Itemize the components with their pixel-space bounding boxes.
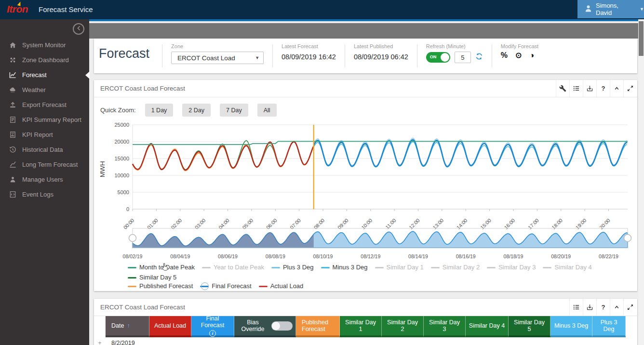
forecast-header-card: Forecast Zone ERCOT Coast Load ▼ Latest …: [94, 39, 637, 73]
legend-item-similar-day-4[interactable]: Similar Day 4: [543, 263, 591, 272]
modify-forecast-label: Modify Forecast: [501, 43, 538, 49]
refresh-toggle-state: ON: [430, 54, 437, 59]
expand-icon[interactable]: [623, 299, 637, 316]
sidebar-item-label: System Monitor: [22, 41, 66, 49]
sidebar-item-historical-data[interactable]: Historical Data: [0, 142, 89, 157]
legend-label: Similar Day 3: [498, 263, 536, 272]
column-header-similar-day-4[interactable]: Similar Day 4: [466, 316, 509, 337]
legend-item-published-forecast[interactable]: Published Forecast: [128, 282, 193, 291]
legend-item-plus-3-deg[interactable]: Plus 3 Deg: [271, 263, 314, 272]
zone-label: Zone: [171, 43, 264, 49]
sidebar-item-forecast[interactable]: Forecast: [0, 67, 89, 82]
legend-swatch: [128, 286, 136, 287]
contrast-icon[interactable]: ◑: [529, 52, 534, 59]
list-icon[interactable]: [569, 80, 583, 97]
column-header-similar-day-2[interactable]: Similar Day 2: [382, 316, 424, 337]
main-content: Forecast Zone ERCOT Coast Load ▼ Latest …: [89, 19, 644, 345]
sidebar-item-label: Long Term Forecast: [22, 161, 78, 168]
toggle-knob: [441, 53, 449, 62]
info-icon[interactable]: i: [209, 330, 216, 337]
legend-item-actual-load[interactable]: Actual Load: [259, 282, 304, 291]
y-axis-tick: 25000: [114, 122, 129, 128]
column-header-actual-load[interactable]: Actual Load: [149, 316, 191, 337]
legend-item-similar-day-3[interactable]: Similar Day 3: [487, 263, 536, 272]
percent-icon[interactable]: %: [501, 52, 508, 59]
legend-swatch: [259, 286, 268, 287]
quick-zoom-1-day[interactable]: 1 Day: [145, 104, 174, 117]
y-axis-tick: 0: [126, 206, 129, 212]
load-forecast-chart[interactable]: 0500010000150002000025000MWH00:0001:0002…: [94, 119, 637, 262]
refresh-interval-input[interactable]: [455, 52, 471, 63]
column-header-final-forecast[interactable]: Final Forecasti: [191, 316, 234, 337]
help-icon[interactable]: ?: [596, 299, 610, 316]
legend-item-year-to-date-peak[interactable]: Year to Date Peak: [202, 263, 264, 272]
quick-zoom-label: Quick Zoom:: [100, 106, 136, 114]
collapse-icon[interactable]: [610, 80, 623, 97]
list-icon[interactable]: [569, 299, 583, 316]
sidebar-item-zone-dashboard[interactable]: Zone Dashboard: [0, 53, 89, 67]
target-icon[interactable]: ⊙: [515, 52, 522, 59]
legend-item-similar-day-5[interactable]: Similar Day 5: [128, 273, 176, 282]
sidebar-item-event-logs[interactable]: Event Logs: [0, 187, 89, 202]
page-scrollbar: [638, 19, 644, 345]
navigator-handle-right[interactable]: [624, 235, 631, 242]
wrench-icon[interactable]: [556, 80, 569, 97]
sort-asc-icon: ↑: [127, 322, 130, 329]
sidebar-item-manage-users[interactable]: Manage Users: [0, 172, 89, 187]
column-header-similar-day-3[interactable]: Similar Day 3: [424, 316, 466, 337]
column-header-minus-3-deg[interactable]: Minus 3 Deg: [550, 316, 592, 337]
quick-zoom-all[interactable]: All: [257, 104, 277, 117]
scrollbar-thumb[interactable]: [639, 21, 644, 56]
navigator-date-tick: 08/22/19: [599, 253, 618, 259]
expand-icon[interactable]: [623, 80, 637, 97]
collapse-icon[interactable]: [610, 299, 623, 316]
legend-item-similar-day-2[interactable]: Similar Day 2: [431, 263, 480, 272]
chevron-down-icon: ▼: [255, 55, 259, 60]
navigator-date-tick: 08/20/19: [551, 253, 571, 259]
navigator-date-tick: 08/04/19: [170, 253, 190, 259]
forecast-table-panel: ERCOT Coast Load Forecast ? Date↑Actual …: [94, 299, 637, 345]
legend-label: Year to Date Peak: [214, 263, 264, 272]
refresh-toggle[interactable]: ON: [426, 52, 450, 63]
quick-zoom-2-day[interactable]: 2 Day: [182, 104, 211, 117]
x-axis-tick: 11:00: [384, 217, 397, 230]
latest-forecast-value: 08/09/2019 16:42: [282, 53, 336, 61]
legend-item-final-forecast[interactable]: Final Forecast: [200, 282, 251, 291]
row-expander[interactable]: +: [94, 337, 106, 345]
user-menu[interactable]: Simons, David ▼: [577, 0, 644, 18]
legend-swatch: [128, 267, 136, 268]
legend-label: Similar Day 5: [139, 273, 176, 282]
user-avatar-icon: [584, 4, 592, 14]
column-header-similar-day-5[interactable]: Similar Day 5: [509, 316, 550, 337]
column-header-published-forecast[interactable]: PublishedForecast: [296, 316, 340, 337]
sidebar-item-export-forecast[interactable]: Export Forecast: [0, 97, 89, 112]
help-icon[interactable]: ?: [596, 80, 610, 97]
sidebar-item-system-monitor[interactable]: System Monitor: [0, 38, 89, 53]
bias-override-toggle[interactable]: [271, 321, 293, 331]
legend-item-minus-3-deg[interactable]: Minus 3 Deg: [321, 263, 368, 272]
column-header-plus-3-deg[interactable]: Plus 3 Deg: [592, 316, 626, 337]
refresh-icon[interactable]: [475, 53, 483, 62]
legend-item-similar-day-1[interactable]: Similar Day 1: [375, 263, 424, 272]
legend-swatch: [543, 267, 551, 268]
sidebar-item-long-term-forecast[interactable]: Long Term Forecast: [0, 157, 89, 172]
column-header-bias-override[interactable]: Bias Override: [234, 316, 296, 337]
sidebar-collapse-button[interactable]: [73, 23, 84, 35]
column-header-similar-day-1[interactable]: Similar Day 1: [340, 316, 382, 337]
download-icon[interactable]: [583, 299, 596, 316]
navigator-handle-left[interactable]: [129, 235, 136, 242]
panel2-title: ERCOT Coast Load Forecast: [100, 304, 185, 311]
quick-zoom-7-day[interactable]: 7 Day: [220, 104, 248, 117]
sidebar-item-weather[interactable]: Weather: [0, 82, 89, 97]
report-chart-icon: [9, 131, 16, 138]
panel1-title: ERCOT Coast Load Forecast: [100, 85, 185, 92]
column-header-date[interactable]: Date↑: [106, 316, 149, 337]
y-axis-label: MWH: [99, 161, 106, 177]
user-name: Simons, David: [596, 2, 635, 16]
sidebar-item-kpi-summary-report[interactable]: KPI Summary Report: [0, 112, 89, 127]
download-icon[interactable]: [583, 80, 596, 97]
sidebar-item-kpi-report[interactable]: KPI Report: [0, 127, 89, 142]
sidebar-nav: System MonitorZone DashboardForecastWeat…: [0, 38, 89, 202]
zone-select[interactable]: ERCOT Coast Load ▼: [171, 52, 264, 64]
latest-forecast-label: Latest Forecast: [282, 43, 336, 49]
